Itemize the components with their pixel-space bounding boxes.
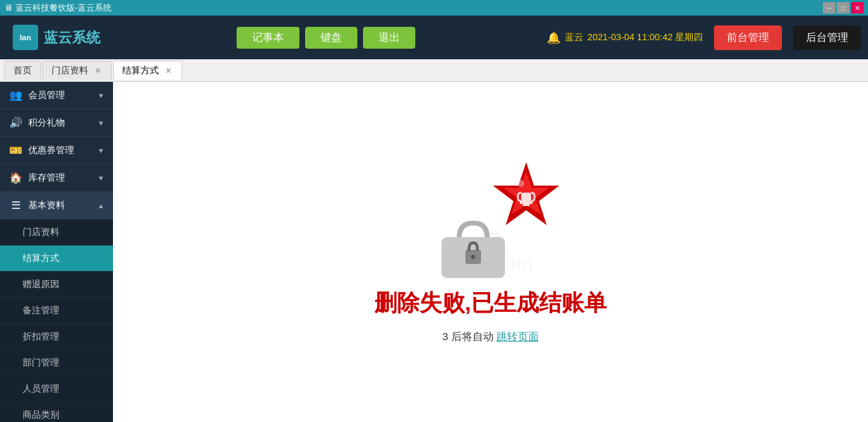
tab-home-label: 首页: [13, 64, 32, 77]
basic-icon: ☰: [8, 199, 23, 212]
sidebar-coupons-label: 优惠券管理: [28, 144, 74, 157]
svg-rect-6: [521, 193, 531, 201]
datetime: 2021-03-04 11:00:42 星期四: [588, 31, 703, 44]
coupons-icon: 🎫: [8, 144, 23, 157]
header-info: 🔔 蓝云 2021-03-04 11:00:42 星期四: [547, 31, 703, 44]
sidebar-item-coupons[interactable]: 🎫 优惠券管理 ▼: [0, 137, 113, 164]
content-area: 🛡️anxz.com: [113, 82, 868, 422]
sidebar-sub-store[interactable]: 门店资料: [0, 219, 113, 246]
error-icon: [420, 161, 561, 281]
title-bar-icon: 🖥: [4, 3, 13, 13]
sidebar-sub-category-label: 商品类别: [23, 409, 59, 420]
sidebar-item-inventory-inner: 🏠 库存管理: [8, 171, 65, 184]
header-buttons: 记事本 键盘 退出: [117, 27, 535, 49]
sidebar-sub-notes[interactable]: 备注管理: [0, 298, 113, 324]
keyboard-button[interactable]: 键盘: [305, 27, 357, 49]
notepad-button[interactable]: 记事本: [237, 27, 299, 49]
coupons-arrow-icon: ▼: [97, 147, 105, 155]
close-button[interactable]: ✕: [851, 2, 864, 13]
logo-abbr: lan: [20, 33, 31, 42]
svg-rect-7: [520, 201, 533, 204]
back-management-button[interactable]: 后台管理: [793, 25, 861, 50]
main-layout: 👥 会员管理 ▼ 🔊 积分礼物 ▼ 🎫 优惠券管理 ▼ 🏠 库存管理: [0, 82, 868, 422]
sidebar-sub-category[interactable]: 商品类别: [0, 402, 113, 422]
inventory-arrow-icon: ▼: [97, 174, 105, 182]
countdown-area: 3 后将自动 跳转页面: [442, 330, 539, 344]
sidebar-item-coupons-inner: 🎫 优惠券管理: [8, 144, 74, 157]
sidebar-sub-personnel[interactable]: 人员管理: [0, 376, 113, 402]
tab-store[interactable]: 门店资料 ✕: [42, 61, 112, 80]
bell-icon: 🔔: [547, 31, 561, 44]
username: 蓝云: [565, 31, 583, 44]
tabs-bar: 首页 门店资料 ✕ 结算方式 ✕: [0, 59, 868, 82]
tab-home[interactable]: 首页: [4, 61, 41, 80]
sidebar-item-points[interactable]: 🔊 积分礼物 ▼: [0, 109, 113, 137]
sidebar-item-members[interactable]: 👥 会员管理 ▼: [0, 82, 113, 109]
sidebar-sub-basic: 门店资料 结算方式 赠退原因 备注管理 折扣管理 部门管理 人员管理 商品类别: [0, 219, 113, 422]
sidebar-sub-department-label: 部门管理: [23, 357, 59, 368]
sidebar-basic-label: 基本资料: [28, 199, 65, 212]
sidebar-sub-payment[interactable]: 结算方式: [0, 246, 113, 272]
svg-point-5: [517, 180, 524, 187]
points-arrow-icon: ▼: [97, 119, 105, 127]
maximize-button[interactable]: □: [837, 2, 850, 13]
sidebar-sub-discount[interactable]: 折扣管理: [0, 324, 113, 350]
countdown-middle: 后将自动: [451, 330, 497, 342]
countdown-number: 3: [442, 330, 448, 342]
svg-point-2: [471, 255, 475, 259]
title-bar-controls[interactable]: ─ □ ✕: [823, 2, 864, 13]
sidebar-sub-payment-label: 结算方式: [23, 253, 59, 263]
sidebar-sub-department[interactable]: 部门管理: [0, 350, 113, 376]
members-icon: 👥: [8, 89, 23, 102]
front-management-button[interactable]: 前台管理: [714, 25, 782, 50]
sidebar: 👥 会员管理 ▼ 🔊 积分礼物 ▼ 🎫 优惠券管理 ▼ 🏠 库存管理: [0, 82, 113, 422]
sidebar-sub-discount-label: 折扣管理: [23, 331, 59, 342]
sidebar-item-members-inner: 👥 会员管理: [8, 89, 65, 102]
sidebar-inventory-label: 库存管理: [28, 171, 65, 184]
logo-icon: lan: [13, 25, 38, 50]
sidebar-sub-notes-label: 备注管理: [23, 305, 59, 315]
tab-store-label: 门店资料: [52, 64, 88, 77]
sidebar-sub-return-reason-label: 赠退原因: [23, 279, 59, 289]
tab-store-close[interactable]: ✕: [93, 66, 102, 76]
sidebar-item-inventory[interactable]: 🏠 库存管理 ▼: [0, 164, 113, 192]
header: lan 蓝云系统 记事本 键盘 退出 🔔 蓝云 2021-03-04 11:00…: [0, 16, 868, 59]
tab-payment-label: 结算方式: [122, 64, 159, 77]
title-bar-title: 蓝云科技餐饮版-蓝云系统: [16, 2, 112, 14]
svg-rect-8: [523, 204, 530, 206]
sidebar-sub-store-label: 门店资料: [23, 227, 59, 237]
logout-button[interactable]: 退出: [363, 27, 415, 49]
tab-payment[interactable]: 结算方式 ✕: [113, 61, 182, 80]
sidebar-item-basic[interactable]: ☰ 基本资料 ▲: [0, 192, 113, 219]
sidebar-members-label: 会员管理: [28, 89, 65, 102]
sidebar-item-points-inner: 🔊 积分礼物: [8, 116, 65, 129]
sidebar-item-basic-inner: ☰ 基本资料: [8, 199, 65, 212]
minimize-button[interactable]: ─: [823, 2, 836, 13]
error-message: 删除失败,已生成结账单: [374, 288, 607, 319]
tab-payment-close[interactable]: ✕: [163, 66, 173, 76]
redirect-link[interactable]: 跳转页面: [497, 330, 539, 342]
sidebar-points-label: 积分礼物: [28, 116, 65, 129]
explosion-svg: [491, 161, 561, 231]
basic-arrow-icon: ▲: [97, 202, 105, 210]
sidebar-sub-return-reason[interactable]: 赠退原因: [0, 272, 113, 298]
sidebar-sub-personnel-label: 人员管理: [23, 383, 59, 394]
logo-text: 蓝云系统: [44, 28, 100, 47]
members-arrow-icon: ▼: [97, 92, 105, 100]
logo-area: lan 蓝云系统: [7, 22, 106, 53]
title-bar: 🖥 蓝云科技餐饮版-蓝云系统 ─ □ ✕: [0, 0, 868, 16]
title-bar-left: 🖥 蓝云科技餐饮版-蓝云系统: [4, 2, 112, 14]
points-icon: 🔊: [8, 116, 23, 129]
inventory-icon: 🏠: [8, 171, 23, 184]
